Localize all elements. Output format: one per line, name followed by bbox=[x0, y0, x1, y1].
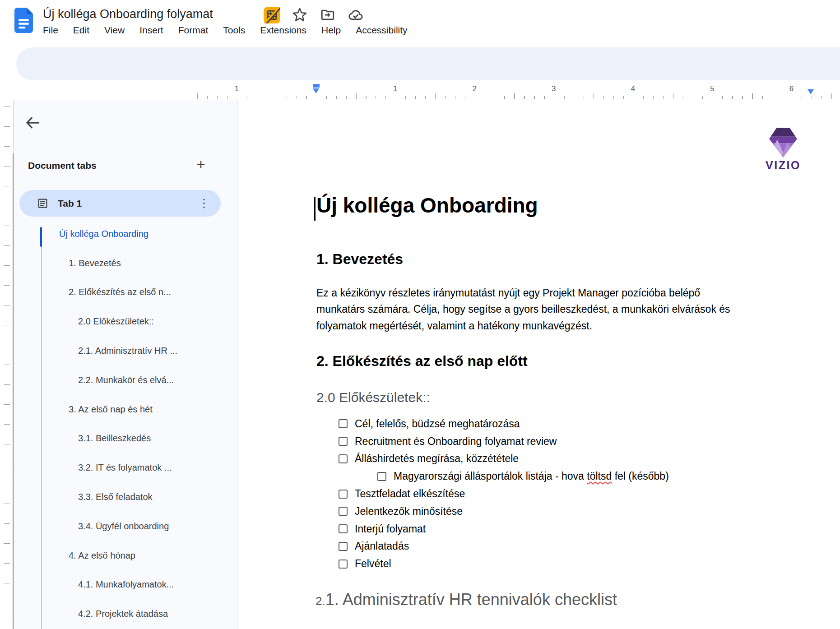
checklist-item-text: Recruitment és Onboarding folyamat revie… bbox=[355, 435, 557, 448]
menu-item[interactable]: Extensions bbox=[260, 25, 306, 36]
add-tab-button[interactable]: + bbox=[192, 155, 210, 173]
misspelled-word: töltsd bbox=[587, 470, 612, 482]
document-tabs-sidebar: Document tabs + Tab 1 ⋮ Új kolléga Onboa… bbox=[14, 100, 237, 629]
menu-item[interactable]: View bbox=[104, 25, 125, 36]
menu-item[interactable]: Help bbox=[321, 25, 341, 36]
outline-item[interactable]: 2.0 Előkészületek:: bbox=[14, 307, 237, 336]
checklist-item[interactable]: Felvétel bbox=[238, 555, 840, 573]
checkbox-icon[interactable] bbox=[339, 524, 348, 533]
checkbox-icon[interactable] bbox=[339, 507, 348, 516]
ruler-number: 1 bbox=[235, 84, 239, 93]
checklist-item-text: Magyarországi állásportálok listája - ho… bbox=[394, 470, 669, 482]
intro-paragraph[interactable]: Ez a kézikönyv részletes iránymutatást n… bbox=[316, 285, 730, 334]
paragraph-line: folyamatok megértését, valamint a hatéko… bbox=[316, 318, 730, 334]
vertical-ruler bbox=[0, 100, 14, 629]
heading-text: 1. Adminisztratív HR tennivalók checklis… bbox=[325, 590, 617, 609]
paragraph-line: munkatárs számára. Célja, hogy segítse a… bbox=[316, 301, 730, 317]
doc-heading-title[interactable]: Új kolléga Onboarding bbox=[316, 193, 538, 217]
document-outline: Új kolléga Onboarding1. Bevezetés2. Elők… bbox=[14, 219, 237, 629]
heading-number-prefix: 2. bbox=[316, 594, 325, 608]
checklist-item[interactable]: Tesztfeladat elkészítése bbox=[238, 485, 840, 503]
ruler-number: 3 bbox=[552, 84, 556, 93]
toolbar: Menus 100% Heading 1 Arial bbox=[16, 47, 840, 80]
paragraph-line: Ez a kézikönyv részletes iránymutatást n… bbox=[316, 285, 730, 301]
checklist-item[interactable]: Recruitment és Onboarding folyamat revie… bbox=[238, 433, 840, 450]
google-docs-logo-icon[interactable] bbox=[14, 8, 33, 33]
right-indent-marker[interactable] bbox=[808, 89, 814, 94]
checklist-item[interactable]: Magyarországi állásportálok listája - ho… bbox=[238, 467, 840, 485]
document-page[interactable]: VIZIO Új kolléga Onboarding 1. Bevezetés… bbox=[238, 100, 840, 629]
cloud-saved-icon[interactable] bbox=[347, 6, 364, 23]
checklist: Cél, felelős, büdzsé meghatározása Recru… bbox=[238, 415, 840, 573]
document-title[interactable]: Új kolléga Onboarding folyamat bbox=[43, 7, 213, 21]
menu-item[interactable]: Edit bbox=[73, 25, 89, 36]
tab-1-item[interactable]: Tab 1 ⋮ bbox=[19, 190, 221, 217]
outline-item[interactable]: 4.2. Projektek átadása bbox=[14, 599, 237, 629]
outline-item[interactable]: 3.3. Első feladatok bbox=[14, 482, 237, 512]
checkbox-icon[interactable] bbox=[339, 490, 348, 499]
ruler-number: 6 bbox=[789, 84, 794, 93]
menu-item[interactable]: Insert bbox=[139, 25, 163, 36]
ruler-number: 4 bbox=[631, 84, 635, 93]
subsection-heading-2-0[interactable]: 2.0 Előkészületek:: bbox=[316, 390, 430, 405]
menu-item[interactable]: File bbox=[43, 25, 58, 36]
tab-label: Tab 1 bbox=[58, 198, 82, 209]
company-logo: VIZIO bbox=[761, 125, 806, 172]
tab-more-options-icon[interactable]: ⋮ bbox=[198, 196, 210, 210]
checklist-item-text: Cél, felelős, büdzsé meghatározása bbox=[355, 418, 520, 430]
top-bar: Új kolléga Onboarding folyamat bbox=[0, 0, 840, 47]
outline-item[interactable]: 1. Bevezetés bbox=[14, 249, 237, 278]
outline-item[interactable]: 2. Előkészítés az első n... bbox=[14, 278, 237, 307]
section-heading-2[interactable]: 2. Előkészítés az első nap előtt bbox=[316, 353, 528, 370]
ruler-number: 1 bbox=[393, 84, 397, 93]
checklist-item[interactable]: Interjú folyamat bbox=[238, 520, 840, 538]
horizontal-ruler[interactable]: 1123456 bbox=[0, 83, 840, 100]
text-cursor bbox=[314, 197, 316, 221]
checklist-item[interactable]: Jelentkezők minősítése bbox=[238, 503, 840, 520]
outline-item[interactable]: 2.1. Adminisztratív HR ... bbox=[14, 336, 237, 365]
outline-item[interactable]: 3. Az első nap és hét bbox=[14, 395, 237, 424]
section-heading-1[interactable]: 1. Bevezetés bbox=[316, 251, 403, 268]
checklist-item[interactable]: Cél, felelős, büdzsé meghatározása bbox=[238, 415, 840, 433]
star-icon[interactable] bbox=[291, 6, 308, 23]
ruler-number: 2 bbox=[472, 84, 476, 93]
checkbox-icon[interactable] bbox=[339, 560, 348, 569]
checklist-item-text: Tesztfeladat elkészítése bbox=[355, 488, 465, 500]
back-arrow-icon bbox=[23, 114, 42, 132]
checklist-item-text: Jelentkezők minősítése bbox=[355, 505, 463, 518]
outline-item[interactable]: Új kolléga Onboarding bbox=[14, 219, 237, 249]
logo-wordmark: VIZIO bbox=[761, 159, 806, 172]
checklist-item-text: Álláshirdetés megírása, közzététele bbox=[355, 453, 519, 465]
outline-item[interactable]: 4. Az első hónap bbox=[14, 541, 237, 570]
menu-item[interactable]: Accessibility bbox=[356, 25, 407, 36]
menu-item[interactable]: Format bbox=[178, 25, 209, 36]
outline-item[interactable]: 3.2. IT és folyamatok ... bbox=[14, 453, 237, 482]
outline-item[interactable]: 3.1. Beilleszkedés bbox=[14, 424, 237, 453]
subsection-heading-2-1[interactable]: 2.1. Adminisztratív HR tennivalók checkl… bbox=[316, 590, 617, 609]
left-indent-marker[interactable] bbox=[313, 88, 319, 93]
menu-bar: FileEditViewInsertFormatToolsExtensionsH… bbox=[43, 25, 408, 36]
first-line-indent-marker[interactable] bbox=[313, 84, 320, 88]
checklist-item-text: Interjú folyamat bbox=[355, 523, 426, 535]
checkbox-icon[interactable] bbox=[377, 472, 386, 481]
checklist-item[interactable]: Álláshirdetés megírása, közzététele bbox=[238, 450, 840, 468]
tab-document-icon bbox=[37, 197, 49, 209]
checkbox-icon[interactable] bbox=[339, 437, 348, 446]
outline-item[interactable]: 3.4. Ügyfél onboarding bbox=[14, 512, 237, 541]
checkbox-icon[interactable] bbox=[339, 419, 348, 428]
label-badge-icon[interactable] bbox=[263, 6, 280, 23]
checklist-item[interactable]: Ajánlatadás bbox=[238, 538, 840, 555]
outline-item[interactable]: 4.1. Munkafolyamatok... bbox=[14, 570, 237, 600]
document-tabs-heading: Document tabs bbox=[28, 160, 97, 171]
menu-item[interactable]: Tools bbox=[223, 25, 245, 36]
checklist-item-text: Felvétel bbox=[355, 558, 391, 570]
checkbox-icon[interactable] bbox=[339, 542, 348, 551]
checklist-item-text: Ajánlatadás bbox=[355, 540, 409, 552]
back-button[interactable] bbox=[23, 114, 44, 134]
move-folder-icon[interactable] bbox=[319, 6, 336, 23]
outline-item[interactable]: 2.2. Munkakör és elvá... bbox=[14, 365, 237, 395]
checkbox-icon[interactable] bbox=[339, 454, 348, 463]
vizio-hexagon-icon bbox=[767, 125, 799, 159]
ruler-number: 5 bbox=[710, 84, 714, 93]
